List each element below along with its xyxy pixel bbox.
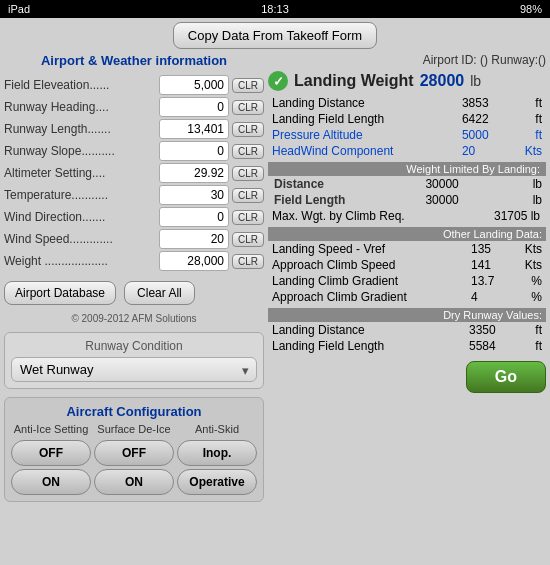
airport-id-line: Airport ID: () Runway:(): [268, 53, 546, 67]
primary-unit-1: ft: [509, 111, 546, 127]
dry-label-1: Landing Field Length: [268, 338, 465, 354]
field-row: Runway Slope.......... CLR: [4, 141, 264, 161]
surface-deice-header: Surface De-Ice: [94, 423, 174, 435]
field-label-3: Runway Slope..........: [4, 144, 159, 158]
field-row: Field Eleveation...... CLR: [4, 75, 264, 95]
anti-skid-header: Anti-Skid: [177, 423, 257, 435]
table-row: Landing Distance 3853 ft: [268, 95, 546, 111]
other-label-1: Approach Climb Speed: [268, 257, 467, 273]
runway-condition-title: Runway Condition: [11, 339, 257, 353]
copy-data-button[interactable]: Copy Data From Takeoff Form: [173, 22, 377, 49]
table-row: Landing Speed - Vref 135 Kts: [268, 241, 546, 257]
table-row: Landing Field Length 5584 ft: [268, 338, 546, 354]
content-area: Airport & Weather information Field Elev…: [4, 53, 546, 561]
anti-skid-inop-button[interactable]: Inop.: [177, 440, 257, 466]
field-row: Weight ................... CLR: [4, 251, 264, 271]
other-unit-2: %: [511, 273, 546, 289]
weight-limited-table: Weight Limited By Landing: Distance 3000…: [268, 162, 546, 224]
other-data-header: Other Landing Data:: [268, 227, 546, 241]
primary-label-2: Pressure Altitude: [268, 127, 458, 143]
field-label-6: Wind Direction.......: [4, 210, 159, 224]
field-input-0[interactable]: [159, 75, 229, 95]
clr-button-0[interactable]: CLR: [232, 78, 264, 93]
wl-label-1: Field Length: [268, 192, 395, 208]
field-input-1[interactable]: [159, 97, 229, 117]
other-data-table: Other Landing Data: Landing Speed - Vref…: [268, 227, 546, 305]
status-bar-time: 18:13: [261, 3, 289, 15]
surface-deice-off-button[interactable]: OFF: [94, 440, 174, 466]
clr-button-7[interactable]: CLR: [232, 232, 264, 247]
clr-button-2[interactable]: CLR: [232, 122, 264, 137]
clr-button-5[interactable]: CLR: [232, 188, 264, 203]
clear-all-button[interactable]: Clear All: [124, 281, 195, 305]
field-row: Temperature........... CLR: [4, 185, 264, 205]
runway-select-wrapper: Wet Runway Dry Runway Contaminated ▾: [11, 357, 257, 382]
table-row: Landing Climb Gradient 13.7 %: [268, 273, 546, 289]
field-label-2: Runway Length.......: [4, 122, 159, 136]
other-value-3: 4: [467, 289, 511, 305]
dry-value-0: 3350: [465, 322, 522, 338]
wl-label-0: Distance: [268, 176, 395, 192]
status-bar-left: iPad: [8, 3, 30, 15]
primary-value-3: 20: [458, 143, 509, 159]
other-label-0: Landing Speed - Vref: [268, 241, 467, 257]
dry-value-1: 5584: [465, 338, 522, 354]
airport-db-button[interactable]: Airport Database: [4, 281, 116, 305]
field-input-3[interactable]: [159, 141, 229, 161]
wl-unit-1: lb: [465, 192, 546, 208]
primary-value-2: 5000: [458, 127, 509, 143]
primary-label-0: Landing Distance: [268, 95, 458, 111]
field-label-0: Field Eleveation......: [4, 78, 159, 92]
field-input-8[interactable]: [159, 251, 229, 271]
field-row: Runway Heading.... CLR: [4, 97, 264, 117]
aircraft-config-box: Aircraft Configuration Anti-Ice Setting …: [4, 397, 264, 502]
table-row: Approach Climb Gradient 4 %: [268, 289, 546, 305]
dry-unit-1: ft: [522, 338, 546, 354]
wl-value-1: 30000: [395, 192, 464, 208]
go-btn-container: Go: [268, 357, 546, 393]
anti-ice-header: Anti-Ice Setting: [11, 423, 91, 435]
field-input-4[interactable]: [159, 163, 229, 183]
top-button-row: Copy Data From Takeoff Form: [4, 22, 546, 49]
dry-label-0: Landing Distance: [268, 322, 465, 338]
clr-button-4[interactable]: CLR: [232, 166, 264, 181]
clr-button-3[interactable]: CLR: [232, 144, 264, 159]
anti-ice-off-button[interactable]: OFF: [11, 440, 91, 466]
left-section-title: Airport & Weather information: [4, 53, 264, 68]
primary-unit-2: ft: [509, 127, 546, 143]
field-label-8: Weight ...................: [4, 254, 159, 268]
copyright: © 2009-2012 AFM Solutions: [4, 313, 264, 324]
green-check-icon: ✓: [268, 71, 288, 91]
anti-skid-operative-button[interactable]: Operative: [177, 469, 257, 495]
field-input-2[interactable]: [159, 119, 229, 139]
table-row: Approach Climb Speed 141 Kts: [268, 257, 546, 273]
config-grid: Anti-Ice Setting Surface De-Ice Anti-Ski…: [11, 423, 257, 495]
clr-button-6[interactable]: CLR: [232, 210, 264, 225]
anti-ice-on-button[interactable]: ON: [11, 469, 91, 495]
field-row: Runway Length....... CLR: [4, 119, 264, 139]
other-value-0: 135: [467, 241, 511, 257]
other-unit-3: %: [511, 289, 546, 305]
surface-deice-on-button[interactable]: ON: [94, 469, 174, 495]
wl-value-0: 30000: [395, 176, 464, 192]
bottom-btn-row: Airport Database Clear All: [4, 281, 264, 305]
status-bar: iPad 18:13 98%: [0, 0, 550, 18]
other-unit-0: Kts: [511, 241, 546, 257]
primary-label-3: HeadWind Component: [268, 143, 458, 159]
field-label-4: Altimeter Setting....: [4, 166, 159, 180]
go-button[interactable]: Go: [466, 361, 546, 393]
other-label-2: Landing Climb Gradient: [268, 273, 467, 289]
field-input-7[interactable]: [159, 229, 229, 249]
primary-unit-3: Kts: [509, 143, 546, 159]
other-value-2: 13.7: [467, 273, 511, 289]
clr-button-1[interactable]: CLR: [232, 100, 264, 115]
max-wgt-label: Max. Wgt. by Climb Req.: [268, 208, 465, 224]
table-row: Landing Distance 3350 ft: [268, 322, 546, 338]
clr-button-8[interactable]: CLR: [232, 254, 264, 269]
field-input-6[interactable]: [159, 207, 229, 227]
landing-weight-value: 28000: [420, 72, 465, 90]
landing-weight-label: Landing Weight: [294, 72, 414, 90]
max-wgt-value: 31705 lb: [465, 208, 546, 224]
runway-condition-select[interactable]: Wet Runway Dry Runway Contaminated: [11, 357, 257, 382]
field-input-5[interactable]: [159, 185, 229, 205]
